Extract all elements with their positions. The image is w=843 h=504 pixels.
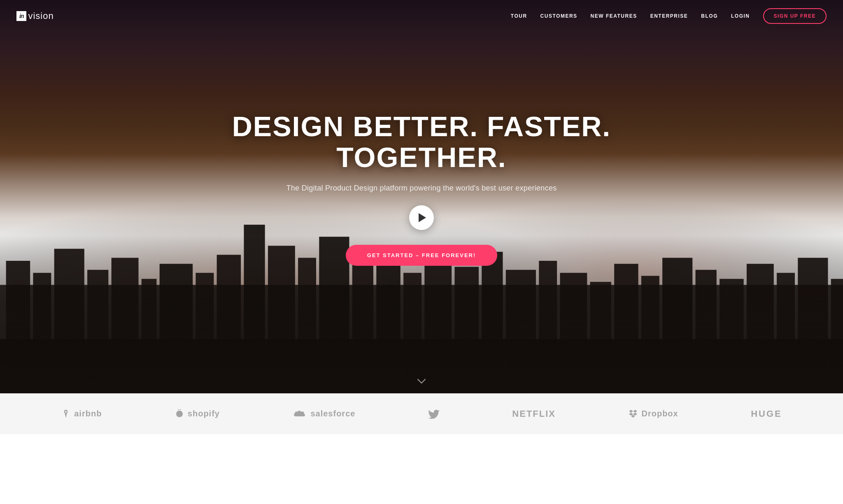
nav-new-features[interactable]: NEW FEATURES [591, 13, 637, 19]
nav: TOUR CUSTOMERS NEW FEATURES ENTERPRISE B… [511, 8, 827, 24]
hero-title: DESIGN BETTER. FASTER. TOGETHER. [195, 111, 648, 173]
salesforce-text: salesforce [310, 409, 355, 418]
huge-text: HUGE [751, 409, 782, 419]
play-icon [419, 213, 426, 222]
nav-login[interactable]: LOGIN [731, 13, 750, 19]
airbnb-text: airbnb [74, 409, 102, 418]
nav-blog[interactable]: BLOG [701, 13, 718, 19]
logo-vision-text: vision [28, 11, 54, 21]
header: in vision TOUR CUSTOMERS NEW FEATURES EN… [0, 0, 843, 32]
shopify-text: shopify [188, 409, 220, 418]
logo-netflix: NETFLIX [512, 409, 556, 419]
airbnb-icon [61, 409, 71, 419]
nav-enterprise[interactable]: ENTERPRISE [650, 13, 688, 19]
hero-subtitle: The Digital Product Design platform powe… [286, 183, 557, 194]
logo-in-text: in [19, 13, 23, 19]
play-button[interactable] [409, 205, 434, 230]
twitter-icon [428, 409, 440, 419]
hero-content: DESIGN BETTER. FASTER. TOGETHER. The Dig… [187, 111, 656, 266]
nav-tour[interactable]: TOUR [511, 13, 527, 19]
shopify-icon [175, 409, 184, 419]
logo-twitter [428, 409, 440, 419]
signup-button[interactable]: SIGN UP FREE [763, 8, 827, 24]
logo-salesforce: salesforce [292, 409, 355, 419]
logos-section: airbnb shopify salesforce NETFLIX Dropbo… [0, 393, 843, 434]
scroll-indicator[interactable] [417, 377, 426, 386]
cta-button[interactable]: GET STARTED – FREE FOREVER! [346, 245, 498, 266]
logo-dropbox: Dropbox [628, 409, 678, 419]
logo-shopify: shopify [175, 409, 220, 419]
salesforce-icon [292, 409, 307, 419]
logo[interactable]: in vision [16, 11, 54, 21]
logo-airbnb: airbnb [61, 409, 102, 419]
dropbox-text: Dropbox [641, 409, 678, 418]
dropbox-icon [628, 409, 638, 419]
nav-customers[interactable]: CUSTOMERS [540, 13, 578, 19]
hero-section: DESIGN BETTER. FASTER. TOGETHER. The Dig… [0, 0, 843, 393]
logo-huge: HUGE [751, 409, 782, 419]
netflix-text: NETFLIX [512, 409, 556, 419]
logo-box: in [16, 11, 26, 21]
